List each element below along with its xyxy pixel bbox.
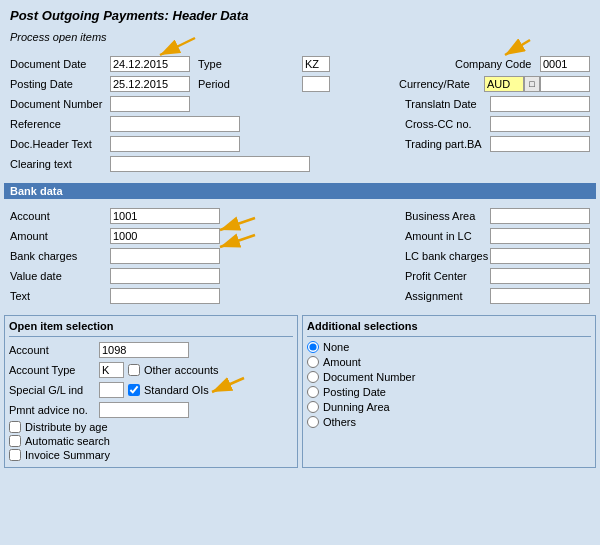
document-date-input[interactable] xyxy=(110,56,190,72)
period-label: Period xyxy=(198,78,298,90)
additional-document-number-label: Document Number xyxy=(323,371,415,383)
additional-dunning-area-radio[interactable] xyxy=(307,401,319,413)
document-date-label: Document Date xyxy=(10,58,110,70)
amount-lc-label: Amount in LC xyxy=(405,230,490,242)
clearing-text-input[interactable] xyxy=(110,156,310,172)
additional-others-label: Others xyxy=(323,416,356,428)
doc-header-text-input[interactable] xyxy=(110,136,240,152)
bank-charges-label: Bank charges xyxy=(10,250,110,262)
page-title: Post Outgoing Payments: Header Data xyxy=(10,8,590,23)
text-label: Text xyxy=(10,290,110,302)
company-code-label: Company Code xyxy=(455,58,540,70)
value-date-input[interactable] xyxy=(110,268,220,284)
document-number-input[interactable] xyxy=(110,96,190,112)
reference-label: Reference xyxy=(10,118,110,130)
distribute-by-age-label: Distribute by age xyxy=(25,421,108,433)
assignment-label: Assignment xyxy=(405,290,490,302)
amount-lc-input[interactable] xyxy=(490,228,590,244)
oi-account-label: Account xyxy=(9,344,99,356)
automatic-search-label: Automatic search xyxy=(25,435,110,447)
value-date-label: Value date xyxy=(10,270,110,282)
amount-label: Amount xyxy=(10,230,110,242)
oi-account-input[interactable] xyxy=(99,342,189,358)
cross-cc-label: Cross-CC no. xyxy=(405,118,490,130)
bank-account-input[interactable] xyxy=(110,208,220,224)
bank-data-section-header: Bank data xyxy=(4,183,596,199)
clearing-text-label: Clearing text xyxy=(10,158,110,170)
period-input[interactable] xyxy=(302,76,330,92)
currency-browse-button[interactable]: □ xyxy=(524,76,540,92)
bank-account-label: Account xyxy=(10,210,110,222)
pmnt-advice-label: Pmnt advice no. xyxy=(9,404,99,416)
company-code-input[interactable] xyxy=(540,56,590,72)
standard-ois-checkbox[interactable] xyxy=(128,384,140,396)
automatic-search-checkbox[interactable] xyxy=(9,435,21,447)
trading-part-input[interactable] xyxy=(490,136,590,152)
other-accounts-checkbox[interactable] xyxy=(128,364,140,376)
type-input[interactable] xyxy=(302,56,330,72)
process-label: Process open items xyxy=(10,31,590,45)
currency-rate-label: Currency/Rate xyxy=(399,78,484,90)
translatn-date-label: Translatn Date xyxy=(405,98,490,110)
assignment-input[interactable] xyxy=(490,288,590,304)
bank-charges-input[interactable] xyxy=(110,248,220,264)
business-area-label: Business Area xyxy=(405,210,490,222)
special-gl-input[interactable] xyxy=(99,382,124,398)
amount-input[interactable] xyxy=(110,228,220,244)
reference-input[interactable] xyxy=(110,116,240,132)
standard-ois-label: Standard OIs xyxy=(144,384,209,396)
type-label: Type xyxy=(198,58,298,70)
additional-section-title: Additional selections xyxy=(307,320,591,332)
distribute-by-age-checkbox[interactable] xyxy=(9,421,21,433)
invoice-summary-checkbox[interactable] xyxy=(9,449,21,461)
lc-bank-charges-label: LC bank charges xyxy=(405,250,490,262)
currency-rate-input[interactable] xyxy=(484,76,524,92)
translatn-date-input[interactable] xyxy=(490,96,590,112)
profit-center-label: Profit Center xyxy=(405,270,490,282)
account-type-input[interactable] xyxy=(99,362,124,378)
additional-none-radio[interactable] xyxy=(307,341,319,353)
cross-cc-input[interactable] xyxy=(490,116,590,132)
additional-dunning-area-label: Dunning Area xyxy=(323,401,390,413)
profit-center-input[interactable] xyxy=(490,268,590,284)
business-area-input[interactable] xyxy=(490,208,590,224)
posting-date-input[interactable] xyxy=(110,76,190,92)
additional-none-label: None xyxy=(323,341,349,353)
invoice-summary-label: Invoice Summary xyxy=(25,449,110,461)
trading-part-label: Trading part.BA xyxy=(405,138,490,150)
additional-posting-date-radio[interactable] xyxy=(307,386,319,398)
additional-amount-label: Amount xyxy=(323,356,361,368)
other-accounts-label: Other accounts xyxy=(144,364,219,376)
text-input[interactable] xyxy=(110,288,220,304)
pmnt-advice-input[interactable] xyxy=(99,402,189,418)
open-item-section-title: Open item selection xyxy=(9,320,293,332)
account-type-label: Account Type xyxy=(9,364,99,376)
posting-date-label: Posting Date xyxy=(10,78,110,90)
additional-posting-date-label: Posting Date xyxy=(323,386,386,398)
special-gl-label: Special G/L ind xyxy=(9,384,99,396)
lc-bank-charges-input[interactable] xyxy=(490,248,590,264)
additional-amount-radio[interactable] xyxy=(307,356,319,368)
doc-header-text-label: Doc.Header Text xyxy=(10,138,110,150)
additional-others-radio[interactable] xyxy=(307,416,319,428)
additional-document-number-radio[interactable] xyxy=(307,371,319,383)
document-number-label: Document Number xyxy=(10,98,110,110)
currency-rate-extra-input[interactable] xyxy=(540,76,590,92)
